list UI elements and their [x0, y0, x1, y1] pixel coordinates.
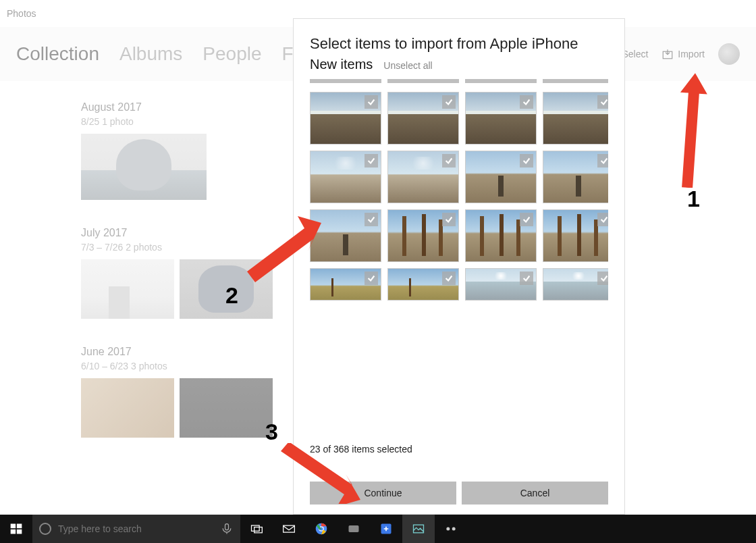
import-button[interactable]: Import [662, 48, 705, 60]
import-item[interactable] [543, 151, 608, 203]
mail-icon [282, 522, 296, 536]
import-item[interactable] [387, 151, 459, 203]
svg-rect-7 [17, 529, 22, 534]
windows-icon [9, 522, 23, 536]
import-dialog: Select items to import from Apple iPhone… [293, 18, 625, 515]
checkmark-icon [597, 154, 608, 167]
svg-rect-14 [349, 525, 359, 532]
import-icon [662, 48, 674, 60]
photo-thumb[interactable] [180, 259, 273, 319]
start-button[interactable] [0, 515, 32, 543]
svg-rect-10 [254, 527, 263, 533]
continue-button[interactable]: Continue [310, 482, 456, 505]
svg-point-18 [452, 527, 456, 531]
checkmark-icon [364, 272, 378, 285]
taskbar-app-chrome[interactable] [305, 515, 338, 543]
svg-rect-4 [11, 524, 16, 529]
taskbar-search-input[interactable] [58, 523, 213, 534]
import-item[interactable] [465, 92, 537, 145]
taskbar-app-generic-2[interactable] [370, 515, 402, 543]
svg-rect-9 [252, 525, 260, 531]
import-item[interactable] [465, 268, 537, 301]
import-item[interactable] [465, 209, 537, 262]
import-item[interactable] [465, 151, 537, 203]
app-icon [379, 522, 393, 536]
import-grid [310, 79, 608, 436]
photo-thumb[interactable] [81, 134, 207, 200]
task-view-icon [250, 522, 263, 536]
import-item[interactable] [310, 92, 381, 145]
chrome-icon [315, 522, 328, 536]
dialog-section-label: New items [310, 57, 373, 72]
select-button-label: Select [622, 49, 648, 59]
checkmark-icon [364, 154, 378, 167]
photos-icon [412, 522, 425, 536]
checkmark-icon [442, 213, 456, 226]
checkmark-icon [442, 272, 456, 285]
checkmark-icon [442, 154, 456, 167]
photo-thumb[interactable] [180, 378, 273, 438]
task-view-button[interactable] [240, 515, 273, 543]
import-item[interactable] [543, 92, 608, 145]
app-icon [444, 522, 458, 536]
avatar[interactable] [718, 43, 740, 65]
import-item[interactable] [543, 268, 608, 301]
photo-thumb[interactable] [81, 259, 174, 319]
taskbar-search[interactable] [32, 515, 240, 543]
tab-people[interactable]: People [202, 43, 261, 65]
import-item[interactable] [387, 209, 459, 262]
taskbar-app-mail[interactable] [273, 515, 305, 543]
checkmark-icon [520, 95, 533, 109]
checkmark-icon [597, 272, 608, 285]
checkmark-icon [520, 154, 533, 167]
taskbar-app-generic-1[interactable] [338, 515, 370, 543]
cancel-button[interactable]: Cancel [462, 482, 608, 505]
svg-rect-5 [17, 524, 22, 529]
import-button-label: Import [678, 49, 705, 59]
checkmark-icon [597, 213, 608, 226]
app-icon [347, 522, 360, 536]
taskbar-app-photos[interactable] [402, 515, 435, 543]
photo-thumb[interactable] [81, 378, 174, 438]
dialog-title: Select items to import from Apple iPhone [310, 35, 608, 53]
tab-collection[interactable]: Collection [16, 43, 99, 65]
app-title: Photos [7, 8, 36, 19]
svg-point-17 [446, 527, 450, 531]
tab-albums[interactable]: Albums [119, 43, 182, 65]
taskbar-app-generic-3[interactable] [435, 515, 467, 543]
import-item[interactable] [387, 92, 459, 145]
checkmark-icon [597, 95, 608, 109]
cortana-icon [39, 523, 51, 535]
selection-status: 23 of 368 items selected [310, 436, 608, 482]
taskbar [0, 515, 756, 543]
import-item[interactable] [387, 268, 459, 301]
checkmark-icon [442, 95, 456, 109]
import-item[interactable] [310, 209, 381, 262]
import-item[interactable] [543, 209, 608, 262]
microphone-icon[interactable] [220, 522, 234, 536]
checkmark-icon [520, 272, 533, 285]
svg-rect-6 [11, 529, 16, 534]
checkmark-icon [364, 95, 378, 109]
import-item[interactable] [310, 268, 381, 301]
checkmark-icon [520, 213, 533, 226]
import-item[interactable] [310, 151, 381, 203]
svg-rect-8 [225, 524, 229, 530]
checkmark-icon [364, 213, 378, 226]
unselect-all-link[interactable]: Unselect all [383, 60, 432, 71]
select-button[interactable]: Select [622, 49, 648, 59]
